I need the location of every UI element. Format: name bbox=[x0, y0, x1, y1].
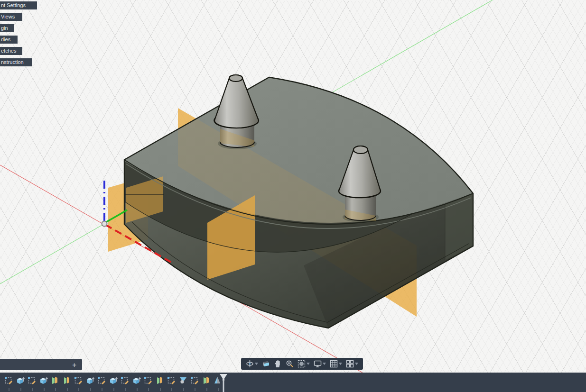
look-at-icon bbox=[262, 360, 270, 368]
chevron-down-icon[interactable] bbox=[354, 363, 358, 365]
navigation-toolbar bbox=[241, 358, 363, 370]
timeline-playhead[interactable] bbox=[219, 374, 228, 392]
add-icon[interactable]: + bbox=[72, 361, 76, 368]
timeline-feature-sketch-12[interactable] bbox=[142, 376, 154, 388]
browser-tree-label-5[interactable]: nstruction bbox=[0, 58, 32, 66]
timeline-bar[interactable] bbox=[0, 373, 586, 392]
nav-viewports-button[interactable] bbox=[344, 359, 360, 369]
timeline-feature-sketch-14[interactable] bbox=[166, 376, 177, 388]
timeline-feature-extrude-7[interactable] bbox=[84, 376, 96, 388]
timeline-feature-extrude-1[interactable] bbox=[15, 376, 27, 388]
timeline-feature-offset-plane-17[interactable] bbox=[201, 376, 213, 388]
application-window: nt SettingsViewsgindiesetchesnstruction … bbox=[0, 0, 586, 392]
timeline-feature-revolve-15[interactable] bbox=[177, 376, 189, 388]
orbit-icon bbox=[246, 360, 254, 368]
chevron-down-icon[interactable] bbox=[306, 363, 310, 365]
grid-and-snaps-icon bbox=[330, 360, 338, 368]
model-scene[interactable] bbox=[0, 0, 586, 392]
chevron-down-icon[interactable] bbox=[322, 363, 326, 365]
viewport-canvas[interactable] bbox=[0, 0, 586, 392]
chevron-down-icon[interactable] bbox=[254, 363, 258, 365]
browser-tree-label-2[interactable]: gin bbox=[0, 24, 14, 32]
fit-icon bbox=[298, 360, 306, 368]
browser-tree-label-4[interactable]: etches bbox=[0, 47, 22, 55]
origin-point bbox=[102, 221, 107, 227]
pin-front[interactable] bbox=[214, 75, 259, 149]
browser-tree-label-3[interactable]: dies bbox=[0, 36, 18, 44]
timeline-feature-extrude-11[interactable] bbox=[131, 376, 143, 388]
nav-fit-button[interactable] bbox=[296, 359, 311, 369]
nav-zoom-button[interactable] bbox=[284, 359, 295, 369]
nav-look-at-button[interactable] bbox=[260, 359, 271, 369]
collapsed-panel-bar[interactable]: + bbox=[0, 359, 82, 370]
timeline-feature-sketch-8[interactable] bbox=[96, 376, 108, 388]
chevron-down-icon[interactable] bbox=[338, 363, 342, 365]
timeline-feature-sketch-6[interactable] bbox=[73, 376, 84, 388]
nav-orbit-button[interactable] bbox=[244, 359, 260, 369]
pan-icon bbox=[274, 360, 282, 368]
display-settings-icon bbox=[314, 360, 322, 368]
nav-display-settings-button[interactable] bbox=[312, 359, 327, 369]
timeline-features bbox=[3, 376, 224, 388]
timeline-feature-offset-plane-5[interactable] bbox=[61, 376, 73, 388]
timeline-feature-offset-plane-4[interactable] bbox=[49, 376, 61, 388]
timeline-feature-sketch-10[interactable] bbox=[119, 376, 131, 388]
nav-pan-button[interactable] bbox=[272, 359, 283, 369]
timeline-feature-sketch-2[interactable] bbox=[26, 376, 38, 388]
timeline-feature-sketch-16[interactable] bbox=[189, 376, 201, 388]
browser-tree-label-0[interactable]: nt Settings bbox=[0, 1, 37, 9]
timeline-feature-extrude-9[interactable] bbox=[108, 376, 120, 388]
nav-grid-and-snaps-button[interactable] bbox=[328, 359, 344, 369]
timeline-feature-sketch-0[interactable] bbox=[3, 376, 15, 388]
timeline-feature-offset-plane-13[interactable] bbox=[154, 376, 166, 388]
browser-tree-label-1[interactable]: Views bbox=[0, 13, 22, 21]
timeline-feature-extrude-3[interactable] bbox=[38, 376, 50, 388]
viewports-icon bbox=[346, 360, 354, 368]
zoom-icon bbox=[286, 360, 294, 368]
